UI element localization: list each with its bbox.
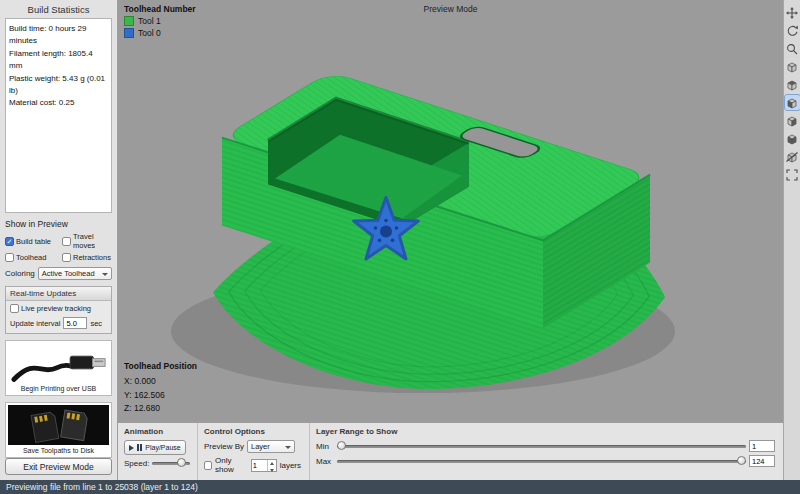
checkbox-build-table[interactable]: ✓ Build table <box>5 232 60 250</box>
3d-viewport[interactable]: Toolhead Number Tool 1 Tool 0 Preview Mo… <box>118 0 783 480</box>
fit-view-icon <box>786 169 798 181</box>
coloring-dropdown[interactable]: Active Toolhead <box>38 267 112 280</box>
speed-label: Speed: <box>124 459 149 468</box>
checkbox-label: Live preview tracking <box>21 304 91 313</box>
checkbox-retractions-box[interactable] <box>62 253 71 262</box>
checkbox-label: Build table <box>16 237 51 246</box>
min-layer-slider[interactable] <box>337 441 746 451</box>
only-show-checkbox[interactable] <box>204 461 212 470</box>
status-bar: Previewing file from line 1 to 25038 (la… <box>0 480 800 494</box>
tool0-color-swatch <box>124 28 134 38</box>
update-interval-input[interactable] <box>63 317 87 329</box>
view-toolbar <box>783 0 800 480</box>
preview-mode-label: Preview Mode <box>424 4 478 14</box>
max-layer-input[interactable] <box>749 455 775 467</box>
realtime-updates-group: Real-time Updates Live preview tracking … <box>5 286 112 334</box>
toolhead-x: X: 0.000 <box>124 375 197 389</box>
front-view-icon <box>786 97 798 109</box>
cross-section-button[interactable] <box>785 149 800 164</box>
usb-cable-icon <box>8 343 109 383</box>
only-show-input[interactable] <box>252 460 267 471</box>
zoom-tool-button[interactable] <box>785 41 800 56</box>
pause-icon <box>137 444 142 451</box>
stat-plastic-weight: Plastic weight: 5.43 g (0.01 lb) <box>9 73 108 98</box>
sd-card-icon <box>8 405 109 445</box>
checkbox-build-table-box[interactable]: ✓ <box>5 237 14 246</box>
top-view-icon <box>786 79 798 91</box>
front-view-button[interactable] <box>785 95 800 110</box>
only-show-spinner[interactable] <box>251 459 277 472</box>
legend-item-tool0: Tool 0 <box>124 28 196 38</box>
side-view-button[interactable] <box>785 113 800 128</box>
show-in-preview-label: Show in Preview <box>5 219 112 229</box>
checkbox-travel-moves[interactable]: Travel moves <box>62 232 112 250</box>
checkbox-label: Toolhead <box>16 253 46 262</box>
printed-model-render <box>118 0 783 422</box>
back-view-icon <box>786 133 798 145</box>
preview-by-value: Layer <box>251 442 270 451</box>
usb-cable-photo <box>8 343 109 383</box>
play-pause-button[interactable]: Play/Pause <box>124 440 186 455</box>
side-view-icon <box>786 115 798 127</box>
toolhead-y: Y: 162.506 <box>124 389 197 403</box>
checkbox-travel-moves-box[interactable] <box>62 237 71 246</box>
update-interval-unit: sec <box>90 319 102 328</box>
layer-range-section: Layer Range to Show Min Max <box>310 423 783 480</box>
zoom-icon <box>786 43 798 55</box>
preview-mode-window: Build Statistics Build time: 0 hours 29 … <box>0 0 800 494</box>
min-layer-input[interactable] <box>749 440 775 452</box>
checkbox-label: Travel moves <box>73 232 112 250</box>
layers-label: layers <box>280 461 301 470</box>
begin-printing-usb-button[interactable]: Begin Printing over USB <box>5 340 112 396</box>
back-view-button[interactable] <box>785 131 800 146</box>
checkbox-retractions[interactable]: Retractions <box>62 253 112 262</box>
preview-by-dropdown[interactable]: Layer <box>247 440 295 453</box>
min-slider-thumb[interactable] <box>337 441 346 450</box>
tool1-color-swatch <box>124 16 134 26</box>
exit-preview-mode-button[interactable]: Exit Preview Mode <box>5 458 112 475</box>
stat-build-time: Build time: 0 hours 29 minutes <box>9 23 108 48</box>
legend-item-tool1: Tool 1 <box>124 16 196 26</box>
build-stats-box: Build time: 0 hours 29 minutes Filament … <box>5 18 112 213</box>
max-layer-slider[interactable] <box>337 456 746 466</box>
build-statistics-panel: Build Statistics Build time: 0 hours 29 … <box>0 0 118 480</box>
max-slider-thumb[interactable] <box>737 456 746 465</box>
speed-slider-thumb[interactable] <box>177 458 186 467</box>
control-options-section: Control Options Preview By Layer Only sh… <box>198 423 310 480</box>
preview-by-label: Preview By <box>204 442 244 451</box>
rotate-view-icon <box>786 25 798 37</box>
stat-filament-length: Filament length: 1805.4 mm <box>9 48 108 73</box>
toolhead-z: Z: 12.680 <box>124 402 197 416</box>
speed-slider[interactable] <box>152 458 190 468</box>
min-label: Min <box>316 442 334 451</box>
spinner-up-icon[interactable] <box>268 460 276 467</box>
top-view-button[interactable] <box>785 77 800 92</box>
save-toolpaths-button[interactable]: Save Toolpaths to Disk <box>5 402 112 458</box>
max-label: Max <box>316 457 334 466</box>
pan-tool-button[interactable] <box>785 5 800 20</box>
usb-button-caption: Begin Printing over USB <box>8 383 109 393</box>
toolhead-legend: Toolhead Number Tool 1 Tool 0 <box>124 4 196 38</box>
animation-title: Animation <box>124 427 189 436</box>
realtime-updates-title: Real-time Updates <box>6 287 111 301</box>
rotate-view-button[interactable] <box>785 23 800 38</box>
control-options-title: Control Options <box>204 427 301 436</box>
spinner-down-icon[interactable] <box>268 467 276 474</box>
show-in-preview-options: ✓ Build table Travel moves Toolhead Retr… <box>5 232 112 262</box>
play-icon <box>129 445 134 451</box>
sd-button-caption: Save Toolpaths to Disk <box>8 445 109 455</box>
toolhead-position-title: Toolhead Position <box>124 360 197 374</box>
update-interval-label: Update interval <box>10 319 60 328</box>
status-text: Previewing file from line 1 to 25038 (la… <box>6 482 198 492</box>
checkbox-toolhead[interactable]: Toolhead <box>5 253 60 262</box>
default-view-button[interactable] <box>785 59 800 74</box>
checkbox-live-preview-box[interactable] <box>10 304 19 313</box>
pan-icon <box>786 7 798 19</box>
fit-view-button[interactable] <box>785 167 800 182</box>
legend-title: Toolhead Number <box>124 4 196 14</box>
checkbox-label: Retractions <box>73 253 111 262</box>
checkbox-toolhead-box[interactable] <box>5 253 14 262</box>
preview-control-panel: Animation Play/Pause Speed: <box>118 422 783 480</box>
checkbox-live-preview-tracking[interactable]: Live preview tracking <box>10 304 107 313</box>
coloring-label: Coloring <box>5 269 35 278</box>
